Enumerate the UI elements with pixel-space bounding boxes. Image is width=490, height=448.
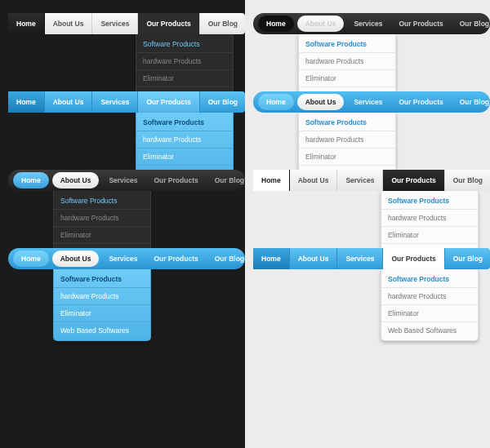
nav-item-about[interactable]: About Us bbox=[52, 172, 100, 189]
dropdown-item[interactable]: Eliminator bbox=[381, 305, 478, 322]
nav-pill-blue: Home About Us Services Our Products Our … bbox=[8, 248, 245, 269]
nav-item-products[interactable]: Our Products bbox=[145, 170, 206, 191]
nav-item-about[interactable]: About Us bbox=[45, 13, 93, 34]
dropdown-item[interactable]: Web Based Softwares bbox=[381, 322, 478, 339]
dropdown-item[interactable]: hardware Products bbox=[299, 53, 395, 70]
nav-item-services[interactable]: Services bbox=[92, 91, 138, 113]
nav-item-blog[interactable]: Our Blog bbox=[445, 248, 490, 269]
dropdown-white: Software Products hardware Products Elim… bbox=[381, 269, 479, 341]
nav-item-home[interactable]: Home bbox=[253, 170, 290, 191]
nav-item-home[interactable]: Home bbox=[13, 172, 49, 189]
dropdown-item[interactable]: hardware Products bbox=[54, 288, 150, 305]
nav-item-services[interactable]: Services bbox=[100, 248, 145, 269]
dropdown-item[interactable]: Eliminator bbox=[381, 227, 478, 244]
dropdown-item[interactable]: hardware Products bbox=[381, 288, 478, 305]
nav-square-dark: Home About Us Services Our Products Our … bbox=[253, 170, 490, 191]
dropdown-item[interactable]: Software Products bbox=[381, 271, 478, 288]
nav-item-home[interactable]: Home bbox=[253, 248, 290, 269]
dropdown-item[interactable]: Software Products bbox=[299, 36, 395, 53]
dropdown-item[interactable]: Software Products bbox=[54, 271, 150, 288]
dropdown-item[interactable]: Eliminator bbox=[136, 70, 233, 87]
nav-item-products[interactable]: Our Products bbox=[383, 248, 444, 269]
nav-item-home[interactable]: Home bbox=[13, 251, 49, 267]
nav-item-services[interactable]: Services bbox=[345, 13, 390, 34]
dropdown-item[interactable]: Software Products bbox=[136, 114, 233, 131]
nav-item-services[interactable]: Services bbox=[92, 13, 138, 34]
nav-pill-blue: Home About Us Services Our Products Our … bbox=[253, 91, 490, 113]
nav-item-products[interactable]: Our Products bbox=[390, 13, 451, 34]
dropdown-item[interactable]: Web Based Softwares bbox=[54, 322, 150, 339]
nav-item-blog[interactable]: Our Blog bbox=[200, 91, 247, 113]
nav-item-products[interactable]: Our Products bbox=[383, 170, 444, 191]
nav-item-blog[interactable]: Our Blog bbox=[445, 170, 490, 191]
dropdown-item[interactable]: Software Products bbox=[54, 193, 150, 210]
dropdown-item[interactable]: hardware Products bbox=[136, 131, 233, 149]
nav-item-about[interactable]: About Us bbox=[290, 248, 338, 269]
nav-item-about[interactable]: About Us bbox=[297, 16, 345, 32]
dropdown-item[interactable]: hardware Products bbox=[381, 210, 478, 227]
nav-item-services[interactable]: Services bbox=[337, 248, 383, 269]
nav-pill-dark: Home About Us Services Our Products Our … bbox=[8, 170, 245, 191]
dropdown-blue: Software Products hardware Products Elim… bbox=[53, 269, 151, 341]
nav-item-products[interactable]: Our Products bbox=[145, 248, 206, 269]
dropdown-item[interactable]: hardware Products bbox=[54, 210, 150, 227]
nav-item-about[interactable]: About Us bbox=[45, 91, 93, 113]
dropdown-item[interactable]: Eliminator bbox=[54, 305, 150, 322]
nav-square-dark: Home About Us Services Our Products Our … bbox=[8, 13, 245, 34]
dropdown-item[interactable]: Software Products bbox=[136, 36, 233, 53]
nav-item-services[interactable]: Services bbox=[345, 91, 390, 113]
nav-square-blue: Home About Us Services Our Products Our … bbox=[8, 91, 245, 113]
nav-item-about[interactable]: About Us bbox=[290, 170, 338, 191]
nav-item-products[interactable]: Our Products bbox=[390, 91, 451, 113]
nav-item-products[interactable]: Our Products bbox=[138, 13, 199, 34]
nav-pill-dark: Home About Us Services Our Products Our … bbox=[253, 13, 490, 34]
nav-item-home[interactable]: Home bbox=[8, 13, 45, 34]
nav-item-blog[interactable]: Our Blog bbox=[452, 91, 490, 113]
dropdown-item[interactable]: Eliminator bbox=[299, 149, 395, 166]
nav-item-products[interactable]: Our Products bbox=[138, 91, 199, 113]
nav-item-services[interactable]: Services bbox=[337, 170, 383, 191]
nav-item-home[interactable]: Home bbox=[8, 91, 45, 113]
nav-square-blue: Home About Us Services Our Products Our … bbox=[253, 248, 490, 269]
nav-item-home[interactable]: Home bbox=[258, 94, 294, 110]
dropdown-item[interactable]: hardware Products bbox=[136, 53, 233, 70]
nav-item-blog[interactable]: Our Blog bbox=[452, 13, 490, 34]
dropdown-item[interactable]: Eliminator bbox=[299, 70, 395, 87]
dropdown-item[interactable]: hardware Products bbox=[299, 131, 395, 149]
nav-item-blog[interactable]: Our Blog bbox=[200, 13, 247, 34]
dropdown-item[interactable]: Eliminator bbox=[54, 227, 150, 244]
nav-item-home[interactable]: Home bbox=[258, 16, 294, 32]
nav-item-about[interactable]: About Us bbox=[297, 94, 345, 110]
dropdown-item[interactable]: Software Products bbox=[381, 193, 478, 210]
nav-item-services[interactable]: Services bbox=[100, 170, 145, 191]
nav-item-about[interactable]: About Us bbox=[52, 251, 100, 267]
dropdown-item[interactable]: Software Products bbox=[299, 114, 395, 131]
dropdown-item[interactable]: Eliminator bbox=[136, 149, 233, 166]
